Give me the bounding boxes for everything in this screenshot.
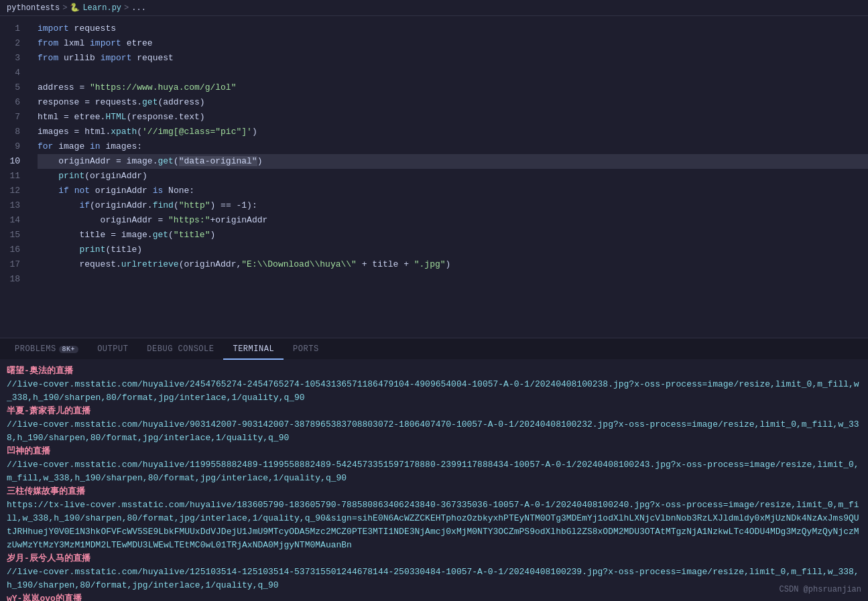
terminal-line: //live-cover.msstatic.com/huyalive/90314…: [7, 418, 861, 445]
line-number-5: 5: [0, 80, 27, 95]
line-number-2: 2: [0, 36, 27, 51]
code-line-8: images = html.xpath('//img[@class="pic"]…: [38, 125, 868, 139]
line-number-9: 9: [0, 139, 27, 154]
terminal-line: //live-cover.msstatic.com/huyalive/11995…: [7, 458, 861, 485]
terminal-output[interactable]: 曙望-奥法的直播//live-cover.msstatic.com/huyali…: [0, 359, 868, 601]
code-content[interactable]: import requestsfrom lxml import etreefro…: [27, 16, 868, 338]
line-number-15: 15: [0, 228, 27, 243]
panel-tabs: PROBLEMS8K+OUTPUTDEBUG CONSOLETERMINALPO…: [0, 338, 868, 359]
terminal-line: https://tx-live-cover.msstatic.com/huyal…: [7, 498, 861, 552]
panel-tab-label-terminal: TERMINAL: [233, 344, 274, 354]
terminal-line: //live-cover.msstatic.com/huyalive/12510…: [7, 565, 861, 592]
breadcrumb-sep2: >: [124, 3, 129, 13]
line-number-3: 3: [0, 51, 27, 66]
line-number-10: 10: [0, 154, 27, 169]
line-numbers: 123456789101112131415161718: [0, 16, 27, 338]
code-line-12: if not originAddr is None:: [38, 184, 868, 198]
breadcrumb-file-icon: 🐍: [70, 3, 80, 13]
line-number-17: 17: [0, 257, 27, 272]
panel-tab-terminal[interactable]: TERMINAL: [223, 338, 284, 360]
line-number-7: 7: [0, 110, 27, 125]
code-line-13: if(originAddr.find("http") == -1):: [38, 198, 868, 213]
panel-tab-label-ports: PORTS: [293, 344, 319, 354]
line-number-4: 4: [0, 66, 27, 80]
code-line-16: print(title): [38, 243, 868, 257]
code-line-6: response = requests.get(address): [38, 95, 868, 110]
line-number-12: 12: [0, 184, 27, 198]
watermark: CSDN @phsruanjian: [780, 585, 861, 594]
line-number-16: 16: [0, 243, 27, 257]
line-number-8: 8: [0, 125, 27, 139]
line-number-11: 11: [0, 169, 27, 184]
code-editor: 123456789101112131415161718 import reque…: [0, 16, 868, 338]
terminal-line: 凹神的直播: [7, 445, 861, 458]
code-line-1: import requests: [38, 21, 868, 36]
terminal-line: 半夏-萧家香儿的直播: [7, 405, 861, 418]
line-number-18: 18: [0, 272, 27, 287]
terminal-line: 岁月-辰兮人马的直播: [7, 552, 861, 565]
panel-tab-debug-console[interactable]: DEBUG CONSOLE: [137, 338, 223, 360]
code-line-17: request.urlretrieve(originAddr,"E:\\Down…: [38, 257, 868, 272]
code-line-9: for image in images:: [38, 139, 868, 154]
code-line-2: from lxml import etree: [38, 36, 868, 51]
panel-tab-output[interactable]: OUTPUT: [88, 338, 137, 360]
code-line-10: originAddr = image.get("data-original"): [38, 154, 868, 169]
code-line-18: [38, 272, 868, 287]
code-line-15: title = image.get("title"): [38, 228, 868, 243]
breadcrumb: pythontests > 🐍 Learn.py > ...: [0, 0, 868, 16]
line-number-14: 14: [0, 213, 27, 228]
code-line-14: originAddr = "https:"+originAddr: [38, 213, 868, 228]
terminal-line: //live-cover.msstatic.com/huyalive/24547…: [7, 378, 861, 405]
terminal-line: 曙望-奥法的直播: [7, 364, 861, 378]
panel-tab-badge-problems: 8K+: [59, 346, 79, 353]
line-number-1: 1: [0, 21, 27, 36]
code-line-4: [38, 66, 868, 80]
breadcrumb-folder[interactable]: pythontests: [7, 3, 60, 13]
line-number-13: 13: [0, 198, 27, 213]
line-number-6: 6: [0, 95, 27, 110]
panel-tab-ports[interactable]: PORTS: [284, 338, 328, 360]
panel-tab-label-output: OUTPUT: [97, 344, 128, 354]
code-line-5: address = "https://www.huya.com/g/lol": [38, 80, 868, 95]
breadcrumb-ellipsis: ...: [131, 3, 146, 13]
panel-tab-label-problems: PROBLEMS: [15, 344, 56, 354]
breadcrumb-filename[interactable]: Learn.py: [82, 3, 121, 13]
panel-tab-problems[interactable]: PROBLEMS8K+: [5, 338, 88, 360]
terminal-line: 三柱传媒故事的直播: [7, 485, 861, 498]
panel-tab-label-debug-console: DEBUG CONSOLE: [147, 344, 214, 354]
code-line-3: from urllib import request: [38, 51, 868, 66]
terminal-line: wY-岚岚ovo的直播: [7, 592, 861, 601]
code-line-7: html = etree.HTML(response.text): [38, 110, 868, 125]
breadcrumb-sep1: >: [62, 3, 67, 13]
code-line-11: print(originAddr): [38, 169, 868, 184]
